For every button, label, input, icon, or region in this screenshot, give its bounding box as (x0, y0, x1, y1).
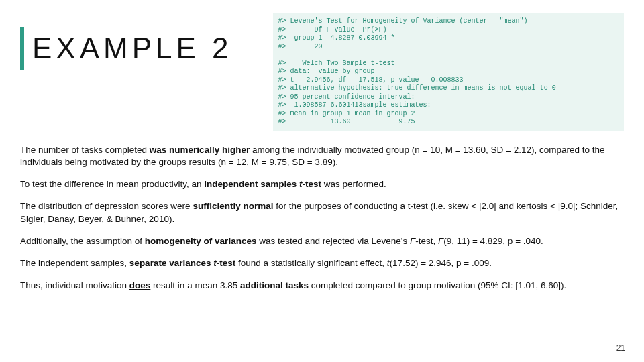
paragraph-1: The number of tasks completed was numeri… (20, 144, 624, 170)
bold-text: separate variances (129, 258, 213, 268)
text: The distribution of depression scores we… (20, 201, 193, 211)
paragraph-3: The distribution of depression scores we… (20, 200, 624, 226)
italic-text: F (438, 236, 443, 246)
underline-text: statistically significant effect (271, 258, 382, 268)
paragraph-6: Thus, individual motivation does result … (20, 280, 624, 292)
text: The number of tasks completed (20, 145, 150, 155)
text: result in a mean 3.85 (150, 280, 240, 290)
paragraph-4: Additionally, the assumption of homogene… (20, 235, 624, 248)
bold-text: -test (217, 258, 236, 268)
bold-underline-text: does (129, 280, 151, 290)
text: was performed. (321, 179, 386, 189)
bold-text: -test (302, 179, 321, 189)
underline-text: tested and rejected (278, 236, 355, 246)
text: was (256, 236, 278, 246)
italic-text: F (410, 236, 415, 246)
text: Additionally, the assumption of (20, 236, 145, 246)
text: -test, (415, 236, 438, 246)
bold-text: was numerically higher (150, 145, 250, 155)
bold-text: independent samples (204, 179, 299, 189)
bold-text: sufficiently normal (193, 201, 273, 211)
accent-bar (20, 27, 24, 70)
page-number: 21 (616, 343, 625, 353)
slide-title: EXAMPLE 2 (32, 32, 233, 65)
text: To test the difference in mean productiv… (20, 179, 204, 189)
text: (17.52) = 2.946, p = .009. (390, 258, 492, 268)
text: (9, 11) = 4.829, p = .040. (443, 236, 543, 246)
paragraph-5: The independent samples, separate varian… (20, 257, 624, 270)
text: via Levene's (355, 236, 410, 246)
text: The independent samples, (20, 258, 129, 268)
bold-text: homogeneity of variances (145, 236, 257, 246)
paragraph-2: To test the difference in mean productiv… (20, 178, 624, 191)
text: Thus, individual motivation (20, 280, 129, 290)
bold-text: additional tasks (240, 280, 309, 290)
text: completed compared to group motivation (… (309, 280, 566, 290)
slide-title-block: EXAMPLE 2 (20, 13, 233, 70)
text: , (382, 258, 387, 268)
text: found a (235, 258, 271, 268)
r-output-block: #> Levene's Test for Homogeneity of Vari… (273, 13, 624, 131)
